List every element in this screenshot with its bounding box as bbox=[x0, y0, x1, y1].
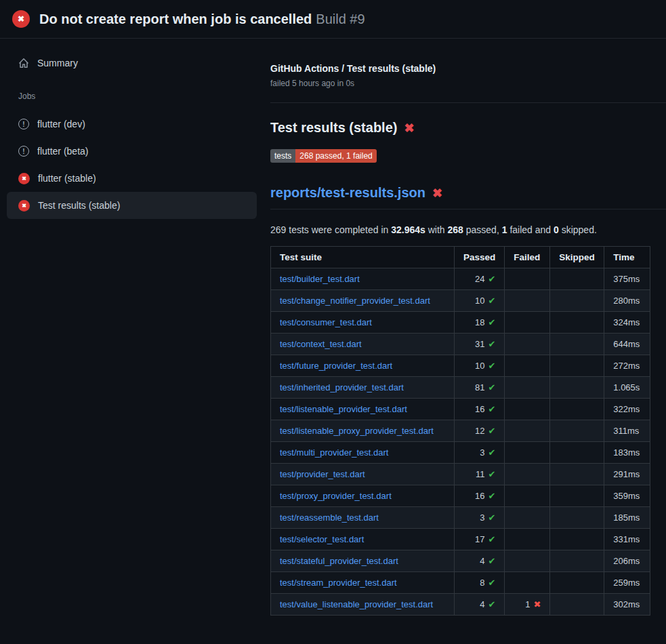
sidebar: Summary Jobs ! flutter (dev) ! flutter (… bbox=[0, 39, 264, 219]
suite-link[interactable]: test/listenable_proxy_provider_test.dart bbox=[280, 426, 434, 436]
failed-cell bbox=[505, 377, 550, 399]
tests-summary: 269 tests were completed in 32.964s with… bbox=[270, 224, 666, 235]
suite-link[interactable]: test/provider_test.dart bbox=[280, 469, 365, 479]
col-failed: Failed bbox=[505, 247, 550, 268]
failed-status-icon: ✖ bbox=[18, 200, 30, 212]
check-icon: ✔ bbox=[488, 274, 495, 284]
skipped-cell bbox=[550, 572, 604, 594]
suite-link[interactable]: test/listenable_provider_test.dart bbox=[280, 404, 407, 414]
suite-link[interactable]: test/future_provider_test.dart bbox=[280, 361, 392, 371]
failed-x-icon: ✖ bbox=[404, 121, 414, 136]
check-icon: ✔ bbox=[488, 339, 495, 349]
passed-cell: 11✔ bbox=[455, 464, 505, 485]
build-title: Do not create report when job is cancell… bbox=[39, 12, 312, 26]
sidebar-item-label: flutter (dev) bbox=[37, 119, 85, 129]
time-cell: 206ms bbox=[604, 550, 650, 572]
suite-link[interactable]: test/selector_test.dart bbox=[280, 534, 364, 544]
suite-cell: test/stream_provider_test.dart bbox=[271, 572, 455, 594]
summary-value: 0 bbox=[554, 224, 559, 235]
page-layout: Summary Jobs ! flutter (dev) ! flutter (… bbox=[0, 39, 666, 616]
sidebar-item-flutter-dev[interactable]: ! flutter (dev) bbox=[7, 110, 257, 138]
suite-cell: test/proxy_provider_test.dart bbox=[271, 485, 455, 507]
failed-cell bbox=[505, 507, 550, 529]
run-meta: failed 5 hours ago in 0s bbox=[270, 79, 666, 88]
sidebar-item-flutter-stable[interactable]: ✖ flutter (stable) bbox=[7, 165, 257, 192]
passed-cell: 31✔ bbox=[455, 334, 505, 355]
failed-cell: 1✖ bbox=[505, 594, 550, 616]
passed-cell: 16✔ bbox=[455, 485, 505, 507]
suite-link[interactable]: test/context_test.dart bbox=[280, 339, 362, 349]
check-icon: ✔ bbox=[488, 491, 495, 501]
time-cell: 272ms bbox=[604, 355, 650, 377]
time-cell: 324ms bbox=[604, 312, 650, 334]
suite-link[interactable]: test/inherited_provider_test.dart bbox=[280, 382, 404, 393]
table-row: test/selector_test.dart17✔331ms bbox=[271, 529, 650, 550]
passed-cell: 3✔ bbox=[455, 507, 505, 529]
failed-cell bbox=[505, 290, 550, 312]
time-cell: 291ms bbox=[604, 464, 650, 485]
check-icon: ✔ bbox=[488, 382, 495, 393]
check-icon: ✔ bbox=[488, 426, 495, 436]
col-passed: Passed bbox=[455, 247, 505, 268]
passed-cell: 12✔ bbox=[455, 420, 505, 442]
check-icon: ✔ bbox=[488, 404, 495, 414]
failed-status-icon: ✖ bbox=[12, 10, 30, 28]
table-row: test/reassemble_test.dart3✔185ms bbox=[271, 507, 650, 529]
check-icon: ✔ bbox=[488, 361, 495, 371]
suite-link[interactable]: test/stateful_provider_test.dart bbox=[280, 556, 398, 566]
sidebar-item-flutter-beta[interactable]: ! flutter (beta) bbox=[7, 138, 257, 165]
check-icon: ✔ bbox=[488, 512, 495, 523]
summary-text: passed, bbox=[463, 224, 502, 235]
summary-value: 268 bbox=[448, 224, 463, 235]
table-row: test/builder_test.dart24✔375ms bbox=[271, 268, 650, 290]
suite-cell: test/value_listenable_provider_test.dart bbox=[271, 594, 455, 616]
skipped-cell bbox=[550, 312, 604, 334]
check-icon: ✔ bbox=[488, 556, 495, 566]
passed-cell: 10✔ bbox=[455, 290, 505, 312]
sidebar-item-summary[interactable]: Summary bbox=[7, 49, 257, 77]
table-row: test/stateful_provider_test.dart4✔206ms bbox=[271, 550, 650, 572]
passed-cell: 16✔ bbox=[455, 399, 505, 420]
passed-cell: 3✔ bbox=[455, 442, 505, 464]
suite-link[interactable]: test/reassemble_test.dart bbox=[280, 512, 379, 523]
neutral-status-icon: ! bbox=[18, 146, 29, 157]
check-icon: ✔ bbox=[488, 317, 495, 327]
x-icon: ✖ bbox=[533, 599, 541, 609]
table-header-row: Test suite Passed Failed Skipped Time bbox=[271, 247, 650, 268]
failed-cell bbox=[505, 355, 550, 377]
time-cell: 259ms bbox=[604, 572, 650, 594]
sidebar-item-test-results-stable[interactable]: ✖ Test results (stable) bbox=[7, 192, 257, 219]
suite-cell: test/stateful_provider_test.dart bbox=[271, 550, 455, 572]
col-time: Time bbox=[604, 247, 650, 268]
time-cell: 185ms bbox=[604, 507, 650, 529]
check-icon: ✔ bbox=[488, 578, 495, 588]
breadcrumb: GitHub Actions / Test results (stable) bbox=[270, 63, 666, 74]
suite-cell: test/consumer_test.dart bbox=[271, 312, 455, 334]
skipped-cell bbox=[550, 399, 604, 420]
time-cell: 359ms bbox=[604, 485, 650, 507]
summary-text: with bbox=[425, 224, 448, 235]
failed-cell bbox=[505, 420, 550, 442]
check-icon: ✔ bbox=[488, 469, 495, 479]
failed-cell bbox=[505, 464, 550, 485]
suite-link[interactable]: test/proxy_provider_test.dart bbox=[280, 491, 392, 501]
suite-link[interactable]: test/value_listenable_provider_test.dart bbox=[280, 599, 433, 609]
table-row: test/context_test.dart31✔644ms bbox=[271, 334, 650, 355]
suite-link[interactable]: test/consumer_test.dart bbox=[280, 317, 372, 327]
sidebar-item-label: Test results (stable) bbox=[38, 200, 120, 211]
table-row: test/listenable_proxy_provider_test.dart… bbox=[271, 420, 650, 442]
report-link[interactable]: reports/test-results.json bbox=[270, 185, 425, 201]
skipped-cell bbox=[550, 355, 604, 377]
skipped-cell bbox=[550, 507, 604, 529]
passed-cell: 24✔ bbox=[455, 268, 505, 290]
neutral-status-icon: ! bbox=[18, 119, 29, 129]
suite-link[interactable]: test/multi_provider_test.dart bbox=[280, 447, 388, 458]
sidebar-item-label: flutter (beta) bbox=[37, 146, 88, 157]
suite-link[interactable]: test/change_notifier_provider_test.dart bbox=[280, 296, 430, 306]
table-row: test/consumer_test.dart18✔324ms bbox=[271, 312, 650, 334]
suite-link[interactable]: test/builder_test.dart bbox=[280, 274, 360, 284]
time-cell: 302ms bbox=[604, 594, 650, 616]
suite-link[interactable]: test/stream_provider_test.dart bbox=[280, 578, 397, 588]
failed-status-icon: ✖ bbox=[18, 173, 30, 184]
failed-cell bbox=[505, 312, 550, 334]
